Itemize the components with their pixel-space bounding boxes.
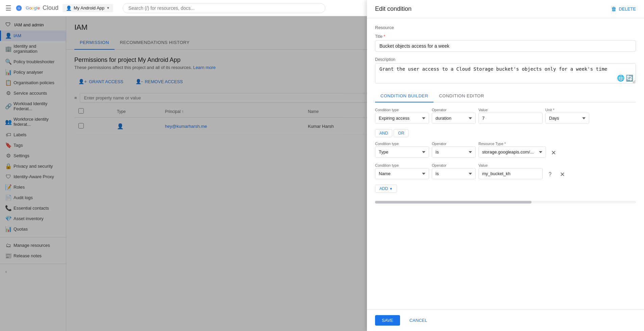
operator-select-1[interactable]: duration <box>432 113 476 124</box>
resource-type-label: Resource Type * <box>478 142 546 146</box>
operator-col-1: Operator duration <box>432 108 476 124</box>
operator-label-3: Operator <box>432 163 476 167</box>
add-dropdown-icon: ▼ <box>389 187 393 191</box>
operator-col-2: Operator is <box>432 142 476 158</box>
condition-row-3: Condition type Name Operator is Value ? … <box>375 163 636 179</box>
unit-col-1: Unit * Days <box>545 108 589 124</box>
value-col-1: Value <box>478 108 543 124</box>
description-wrapper: Grant the user access to a Cloud Storage… <box>375 63 636 85</box>
delete-label: DELETE <box>619 6 636 11</box>
add-condition-label: ADD <box>379 186 388 191</box>
project-dropdown-icon: ▼ <box>106 6 110 10</box>
resource-type-col: Resource Type * storage.googleapis.com/.… <box>478 142 546 158</box>
help-row-3-button[interactable]: ? <box>545 170 555 179</box>
value-col-3: Value <box>478 163 543 179</box>
resource-section-label: Resource <box>375 25 636 30</box>
google-cloud-logo: G Google Cloud <box>16 4 58 11</box>
condition-row-1: Condition type Expiring access Operator … <box>375 108 636 124</box>
description-textarea[interactable]: Grant the user access to a Cloud Storage… <box>375 63 636 84</box>
operator-select-3[interactable]: is <box>432 168 476 179</box>
save-button[interactable]: SAVE <box>375 315 400 326</box>
condition-type-label-1: Condition type <box>375 108 429 112</box>
hamburger-icon[interactable]: ☰ <box>5 4 11 12</box>
value-input-3[interactable] <box>478 168 543 179</box>
condition-row-2: Condition type Type Operator is Resource… <box>375 141 636 158</box>
add-section: ADD ▼ <box>375 185 636 193</box>
condition-type-label-3: Condition type <box>375 163 429 167</box>
add-condition-button[interactable]: ADD ▼ <box>375 185 397 193</box>
cloud-text: Cloud <box>43 4 58 11</box>
condition-type-select-3[interactable]: Name <box>375 168 429 179</box>
edit-condition-panel: Edit condition 🗑 DELETE Resource Title *… <box>367 0 644 331</box>
panel-title: Edit condition <box>375 5 412 13</box>
title-label: Title * <box>375 34 636 39</box>
translate-icon[interactable]: 🌐 <box>617 74 624 82</box>
or-button[interactable]: OR <box>394 129 408 137</box>
operator-label-1: Operator <box>432 108 476 112</box>
description-label: Description <box>375 57 636 62</box>
cancel-button[interactable]: CANCEL <box>404 315 433 326</box>
and-or-buttons: AND OR <box>375 129 636 137</box>
panel-footer: SAVE CANCEL <box>367 309 644 331</box>
project-icon: 👤 <box>66 5 72 11</box>
condition-tabs: CONDITION BUILDER CONDITION EDITOR <box>375 90 636 102</box>
condition-type-col-3: Condition type Name <box>375 163 429 179</box>
resource-type-select[interactable]: storage.googleapis.com/... <box>478 146 546 158</box>
title-label-text: Title <box>375 34 382 39</box>
project-selector[interactable]: 👤 My Android App ▼ <box>63 4 113 12</box>
description-icons: 🌐 🔄 <box>617 74 633 82</box>
delete-button[interactable]: 🗑 DELETE <box>611 6 636 12</box>
and-button[interactable]: AND <box>375 129 392 137</box>
tab-condition-builder[interactable]: CONDITION BUILDER <box>375 90 434 102</box>
remove-row-3-button[interactable]: ✕ <box>558 170 567 179</box>
condition-type-label-2: Condition type <box>375 142 429 146</box>
panel-body: Resource Title * Description Grant the u… <box>367 18 644 309</box>
panel-header: Edit condition 🗑 DELETE <box>367 0 644 18</box>
operator-label-2: Operator <box>432 142 476 146</box>
condition-type-select-1[interactable]: Expiring access <box>375 113 429 124</box>
condition-type-select-2[interactable]: Type <box>375 146 429 158</box>
horizontal-scrollbar[interactable] <box>375 201 636 204</box>
condition-type-col-1: Condition type Expiring access <box>375 108 429 124</box>
title-field: Title * <box>375 34 636 52</box>
description-field: Description Grant the user access to a C… <box>375 57 636 85</box>
operator-select-2[interactable]: is <box>432 146 476 158</box>
scrollbar-thumb <box>375 201 531 204</box>
google-text: Google <box>26 5 40 10</box>
unit-select-1[interactable]: Days <box>545 113 589 124</box>
title-required: * <box>384 34 386 39</box>
tab-condition-editor[interactable]: CONDITION EDITOR <box>434 90 489 102</box>
title-input[interactable] <box>375 40 636 52</box>
refresh-icon[interactable]: 🔄 <box>626 74 633 82</box>
svg-text:G: G <box>18 6 20 10</box>
global-search-input[interactable] <box>123 3 325 13</box>
operator-col-3: Operator is <box>432 163 476 179</box>
unit-label-1: Unit * <box>545 108 589 112</box>
project-name: My Android App <box>74 5 104 10</box>
condition-type-col-2: Condition type Type <box>375 142 429 158</box>
and-or-section: AND OR <box>375 129 636 137</box>
delete-icon: 🗑 <box>611 6 617 12</box>
value-label-3: Value <box>478 163 543 167</box>
remove-row-2-button[interactable]: ✕ <box>549 148 558 158</box>
value-input-1[interactable] <box>478 113 543 124</box>
value-label-1: Value <box>478 108 543 112</box>
